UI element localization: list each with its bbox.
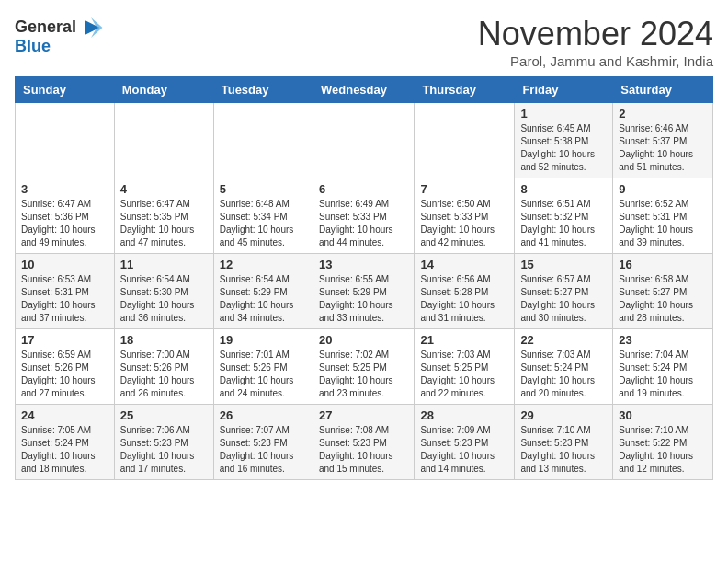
- day-header-saturday: Saturday: [613, 77, 713, 103]
- day-info: Sunrise: 6:47 AM Sunset: 5:36 PM Dayligh…: [21, 198, 108, 249]
- calendar-cell: [415, 103, 515, 178]
- calendar-cell: 3Sunrise: 6:47 AM Sunset: 5:36 PM Daylig…: [16, 178, 115, 254]
- day-number: 7: [420, 182, 508, 196]
- day-number: 3: [21, 182, 108, 196]
- day-info: Sunrise: 6:58 AM Sunset: 5:27 PM Dayligh…: [619, 273, 707, 325]
- calendar-cell: 29Sunrise: 7:10 AM Sunset: 5:23 PM Dayli…: [515, 405, 613, 480]
- day-header-wednesday: Wednesday: [313, 77, 414, 103]
- day-number: 27: [319, 408, 408, 422]
- day-number: 12: [220, 258, 307, 271]
- day-number: 11: [120, 258, 208, 271]
- day-number: 29: [520, 408, 607, 422]
- calendar-cell: 10Sunrise: 6:53 AM Sunset: 5:31 PM Dayli…: [16, 254, 115, 329]
- day-info: Sunrise: 7:03 AM Sunset: 5:24 PM Dayligh…: [520, 349, 607, 400]
- calendar-cell: 23Sunrise: 7:04 AM Sunset: 5:24 PM Dayli…: [613, 329, 713, 405]
- day-number: 20: [319, 333, 408, 347]
- calendar-cell: 4Sunrise: 6:47 AM Sunset: 5:35 PM Daylig…: [114, 178, 213, 254]
- day-info: Sunrise: 6:49 AM Sunset: 5:33 PM Dayligh…: [319, 198, 408, 249]
- day-number: 17: [21, 333, 108, 347]
- calendar-cell: 12Sunrise: 6:54 AM Sunset: 5:29 PM Dayli…: [213, 254, 313, 329]
- day-number: 24: [21, 408, 108, 422]
- header-row: SundayMondayTuesdayWednesdayThursdayFrid…: [16, 77, 713, 103]
- day-number: 13: [319, 258, 408, 271]
- day-info: Sunrise: 7:10 AM Sunset: 5:22 PM Dayligh…: [619, 424, 707, 476]
- logo-text: General: [15, 18, 76, 37]
- calendar-cell: 9Sunrise: 6:52 AM Sunset: 5:31 PM Daylig…: [613, 178, 713, 254]
- day-info: Sunrise: 6:55 AM Sunset: 5:29 PM Dayligh…: [319, 273, 408, 325]
- header: General Blue November 2024 Parol, Jammu …: [15, 15, 713, 69]
- calendar-cell: 19Sunrise: 7:01 AM Sunset: 5:26 PM Dayli…: [213, 329, 313, 405]
- calendar-row: 1Sunrise: 6:45 AM Sunset: 5:38 PM Daylig…: [16, 103, 713, 178]
- calendar-cell: 8Sunrise: 6:51 AM Sunset: 5:32 PM Daylig…: [515, 178, 613, 254]
- calendar-table: SundayMondayTuesdayWednesdayThursdayFrid…: [15, 76, 713, 480]
- calendar-cell: 20Sunrise: 7:02 AM Sunset: 5:25 PM Dayli…: [313, 329, 414, 405]
- day-number: 22: [520, 333, 607, 347]
- day-number: 15: [520, 258, 607, 271]
- calendar-cell: 1Sunrise: 6:45 AM Sunset: 5:38 PM Daylig…: [515, 103, 613, 178]
- day-number: 19: [220, 333, 307, 347]
- calendar-cell: 7Sunrise: 6:50 AM Sunset: 5:33 PM Daylig…: [415, 178, 515, 254]
- calendar-cell: [313, 103, 414, 178]
- calendar-cell: 15Sunrise: 6:57 AM Sunset: 5:27 PM Dayli…: [515, 254, 613, 329]
- day-number: 25: [120, 408, 208, 422]
- calendar-cell: 16Sunrise: 6:58 AM Sunset: 5:27 PM Dayli…: [613, 254, 713, 329]
- day-info: Sunrise: 7:07 AM Sunset: 5:23 PM Dayligh…: [220, 424, 307, 476]
- calendar-cell: 24Sunrise: 7:05 AM Sunset: 5:24 PM Dayli…: [16, 405, 115, 480]
- calendar-cell: 25Sunrise: 7:06 AM Sunset: 5:23 PM Dayli…: [114, 405, 213, 480]
- day-number: 18: [120, 333, 208, 347]
- day-number: 10: [21, 258, 108, 271]
- calendar-cell: 2Sunrise: 6:46 AM Sunset: 5:37 PM Daylig…: [613, 103, 713, 178]
- day-info: Sunrise: 6:54 AM Sunset: 5:30 PM Dayligh…: [120, 273, 208, 325]
- day-info: Sunrise: 7:05 AM Sunset: 5:24 PM Dayligh…: [21, 424, 108, 476]
- calendar-cell: 13Sunrise: 6:55 AM Sunset: 5:29 PM Dayli…: [313, 254, 414, 329]
- calendar-cell: [114, 103, 213, 178]
- day-number: 23: [619, 333, 707, 347]
- day-info: Sunrise: 7:06 AM Sunset: 5:23 PM Dayligh…: [120, 424, 208, 476]
- logo: General Blue: [15, 15, 104, 56]
- calendar-cell: 27Sunrise: 7:08 AM Sunset: 5:23 PM Dayli…: [313, 405, 414, 480]
- day-info: Sunrise: 6:48 AM Sunset: 5:34 PM Dayligh…: [220, 198, 307, 249]
- day-number: 16: [619, 258, 707, 271]
- calendar-cell: 6Sunrise: 6:49 AM Sunset: 5:33 PM Daylig…: [313, 178, 414, 254]
- day-info: Sunrise: 6:57 AM Sunset: 5:27 PM Dayligh…: [520, 273, 607, 325]
- calendar-row: 10Sunrise: 6:53 AM Sunset: 5:31 PM Dayli…: [16, 254, 713, 329]
- day-info: Sunrise: 7:10 AM Sunset: 5:23 PM Dayligh…: [520, 424, 607, 476]
- day-info: Sunrise: 7:09 AM Sunset: 5:23 PM Dayligh…: [420, 424, 508, 476]
- day-info: Sunrise: 6:50 AM Sunset: 5:33 PM Dayligh…: [420, 198, 508, 249]
- day-number: 26: [220, 408, 307, 422]
- calendar-cell: 5Sunrise: 6:48 AM Sunset: 5:34 PM Daylig…: [213, 178, 313, 254]
- day-info: Sunrise: 6:52 AM Sunset: 5:31 PM Dayligh…: [619, 198, 707, 249]
- day-number: 21: [420, 333, 508, 347]
- subtitle: Parol, Jammu and Kashmir, India: [478, 53, 713, 69]
- calendar-cell: 17Sunrise: 6:59 AM Sunset: 5:26 PM Dayli…: [16, 329, 115, 405]
- calendar-cell: 18Sunrise: 7:00 AM Sunset: 5:26 PM Dayli…: [114, 329, 213, 405]
- calendar-cell: 11Sunrise: 6:54 AM Sunset: 5:30 PM Dayli…: [114, 254, 213, 329]
- logo-icon: [78, 15, 104, 40]
- calendar-cell: 21Sunrise: 7:03 AM Sunset: 5:25 PM Dayli…: [415, 329, 515, 405]
- calendar-row: 17Sunrise: 6:59 AM Sunset: 5:26 PM Dayli…: [16, 329, 713, 405]
- calendar-cell: [16, 103, 115, 178]
- day-info: Sunrise: 6:45 AM Sunset: 5:38 PM Dayligh…: [520, 122, 607, 174]
- day-info: Sunrise: 7:02 AM Sunset: 5:25 PM Dayligh…: [319, 349, 408, 400]
- day-info: Sunrise: 7:03 AM Sunset: 5:25 PM Dayligh…: [420, 349, 508, 400]
- day-number: 6: [319, 182, 408, 196]
- day-header-thursday: Thursday: [415, 77, 515, 103]
- day-number: 8: [520, 182, 607, 196]
- calendar-cell: [213, 103, 313, 178]
- calendar-row: 24Sunrise: 7:05 AM Sunset: 5:24 PM Dayli…: [16, 405, 713, 480]
- calendar-row: 3Sunrise: 6:47 AM Sunset: 5:36 PM Daylig…: [16, 178, 713, 254]
- day-info: Sunrise: 6:47 AM Sunset: 5:35 PM Dayligh…: [120, 198, 208, 249]
- day-number: 1: [520, 107, 607, 121]
- day-info: Sunrise: 7:04 AM Sunset: 5:24 PM Dayligh…: [619, 349, 707, 400]
- day-number: 5: [220, 182, 307, 196]
- day-number: 28: [420, 408, 508, 422]
- day-info: Sunrise: 6:51 AM Sunset: 5:32 PM Dayligh…: [520, 198, 607, 249]
- day-number: 14: [420, 258, 508, 271]
- day-number: 4: [120, 182, 208, 196]
- day-info: Sunrise: 7:00 AM Sunset: 5:26 PM Dayligh…: [120, 349, 208, 400]
- day-info: Sunrise: 6:53 AM Sunset: 5:31 PM Dayligh…: [21, 273, 108, 325]
- day-info: Sunrise: 6:59 AM Sunset: 5:26 PM Dayligh…: [21, 349, 108, 400]
- day-info: Sunrise: 6:54 AM Sunset: 5:29 PM Dayligh…: [220, 273, 307, 325]
- day-info: Sunrise: 6:46 AM Sunset: 5:37 PM Dayligh…: [619, 122, 707, 174]
- day-info: Sunrise: 6:56 AM Sunset: 5:28 PM Dayligh…: [420, 273, 508, 325]
